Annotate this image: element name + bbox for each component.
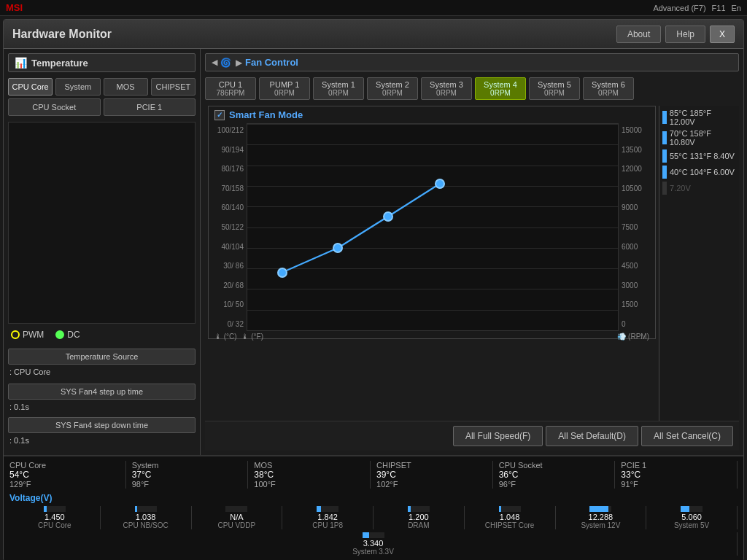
- fan-btn-sys2-rpm: 0RPM: [374, 89, 411, 97]
- fan-btn-sys6-rpm: 0RPM: [589, 89, 627, 97]
- all-set-default-button[interactable]: All Set Default(D): [546, 426, 638, 446]
- pwm-label: PWM: [23, 330, 44, 340]
- fan-btn-sys5[interactable]: System 5 0RPM: [529, 77, 580, 100]
- fan-btn-sys3-rpm: 0RPM: [427, 89, 465, 97]
- help-button[interactable]: Help: [665, 26, 705, 43]
- about-button[interactable]: About: [616, 26, 661, 43]
- fan-btn-sys2[interactable]: System 2 0RPM: [367, 77, 418, 100]
- dc-label: DC: [67, 330, 80, 340]
- chart-body: 100/212 90/194 80/176 70/158 60/140 50/1…: [209, 123, 655, 331]
- fan-btn-sys5-name: System 5: [538, 80, 571, 89]
- volt-dram: 1.200 DRAM: [374, 506, 465, 529]
- action-bar: All Full Speed(F) All Set Default(D) All…: [205, 421, 739, 451]
- volt-cpu-1p8: 1.842 CPU 1P8: [282, 506, 374, 529]
- main-window: Hardware Monitor About Help X 📊 Temperat…: [3, 19, 744, 560]
- volt-system-12v: 12.288 System 12V: [556, 506, 647, 529]
- fan-btn-sys3[interactable]: System 3 0RPM: [421, 77, 472, 100]
- fan-control-header: ◀ 🌀 ▶ Fan Control: [205, 53, 739, 71]
- temperature-source-button[interactable]: Temperature Source: [8, 349, 196, 365]
- volt-bar-dram: [408, 506, 430, 512]
- volt-cpu-nb-soc: 1.038 CPU NB/SOC: [101, 506, 192, 529]
- temp-btn-chipset[interactable]: CHIPSET: [151, 78, 196, 96]
- all-full-speed-button[interactable]: All Full Speed(F): [453, 426, 543, 446]
- chart-y-labels-rpm: 15000 13500 12000 10500 9000 7500 6000 4…: [619, 123, 655, 331]
- voltage-row-2: 3.340 System 3.3V: [9, 532, 738, 556]
- step-down-value: : 0.1s: [9, 436, 196, 445]
- voltage-row-1: 1.450 CPU Core 1.038 CPU NB/SOC N/A CPU …: [9, 506, 738, 529]
- fan-btn-sys6[interactable]: System 6 0RPM: [583, 77, 634, 100]
- volt-bar-cpu-nb-soc: [135, 506, 157, 512]
- status-temp-mos: MOS 38°C 100°F: [248, 461, 371, 489]
- volt-bar-3: [662, 149, 667, 163]
- fan-btn-sys4-rpm: 0RPM: [481, 89, 519, 97]
- chart-rpm-unit: 💨 (RPM): [617, 332, 649, 341]
- temperature-source-value: : CPU Core: [9, 368, 196, 376]
- temperature-panel-header: 📊 Temperature: [8, 53, 196, 72]
- fan-control-arrow: ▶: [236, 58, 242, 68]
- chart-point-1[interactable]: [277, 268, 287, 278]
- temp-btn-cpu-socket[interactable]: CPU Socket: [8, 98, 101, 116]
- fan-btn-sys1-name: System 1: [322, 80, 355, 89]
- chart-temp-unit: 🌡 (°C) 🌡 (°F): [214, 332, 263, 341]
- smart-fan-check[interactable]: ✓: [214, 110, 225, 120]
- chart-main: [247, 123, 619, 331]
- volt-ref-3: 55°C 131°F 8.40V: [662, 149, 736, 163]
- temperature-title: Temperature: [31, 58, 88, 69]
- fan-btn-sys2-name: System 2: [376, 80, 409, 89]
- volt-system-33v: 3.340 System 3.3V: [9, 532, 738, 556]
- fan-btn-sys6-name: System 6: [592, 80, 625, 89]
- status-temp-system: System 37°C 98°F: [126, 461, 249, 489]
- title-bar: Hardware Monitor About Help X: [4, 20, 743, 49]
- dc-radio-circle: [55, 330, 64, 339]
- status-temps-row: CPU Core 54°C 129°F System 37°C 98°F MOS…: [9, 461, 738, 489]
- chart-point-2[interactable]: [333, 243, 343, 253]
- step-up-time-button[interactable]: SYS Fan4 step up time: [8, 384, 196, 400]
- volt-ref-2: 70°C 158°F 10.80V: [662, 129, 736, 147]
- pwm-dc-row: PWM DC: [11, 330, 196, 340]
- temp-btn-pcie1[interactable]: PCIE 1: [104, 98, 196, 116]
- pwm-radio-group[interactable]: PWM: [11, 330, 44, 340]
- temp-btn-mos[interactable]: MOS: [104, 78, 148, 96]
- volt-bar-5: [662, 182, 667, 195]
- volt-system-5v: 5.060 System 5V: [646, 506, 738, 529]
- fan-btn-sys4[interactable]: System 4 0RPM: [475, 77, 526, 100]
- fan-btn-pump1-rpm: 0RPM: [266, 89, 303, 97]
- fan-rpm-icon: 💨: [617, 332, 626, 341]
- fan-btn-pump1-name: PUMP 1: [270, 80, 300, 89]
- close-button[interactable]: X: [710, 26, 735, 43]
- chart-y-labels-temp: 100/212 90/194 80/176 70/158 60/140 50/1…: [209, 123, 247, 331]
- step-down-time-button[interactable]: SYS Fan4 step down time: [8, 417, 196, 433]
- fan-chart: ✓ Smart Fan Mode 100/212 90/194 80/176 7…: [208, 106, 656, 339]
- volt-bar-4: [662, 166, 667, 179]
- fan-buttons-container: CPU 1 786RPM PUMP 1 0RPM System 1 0RPM S…: [205, 77, 739, 100]
- fan-btn-sys1[interactable]: System 1 0RPM: [313, 77, 364, 100]
- dc-radio-group[interactable]: DC: [55, 330, 80, 340]
- chart-point-4[interactable]: [435, 179, 445, 189]
- volt-ref-5: 7.20V: [662, 182, 736, 195]
- volt-cpu-vddp: N/A CPU VDDP: [192, 506, 283, 529]
- temp-btn-cpu-core[interactable]: CPU Core: [8, 78, 53, 96]
- grid-line: [247, 330, 618, 331]
- advanced-label: Advanced (F7): [653, 4, 705, 12]
- volt-chipset-core: 1.048 CHIPSET Core: [465, 506, 556, 529]
- smart-fan-mode-label: Smart Fan Mode: [229, 109, 303, 120]
- volt-bar-cpu-1p8: [317, 506, 338, 512]
- fan-control-title: Fan Control: [245, 57, 298, 68]
- temp-btn-system[interactable]: System: [55, 78, 100, 96]
- volt-bar-system-5v: [681, 506, 703, 512]
- fan-btn-sys4-name: System 4: [484, 80, 517, 89]
- chart-lines-svg: [247, 124, 618, 330]
- fan-btn-cpu1[interactable]: CPU 1 786RPM: [205, 77, 256, 100]
- status-temp-chipset: CHIPSET 39°C 102°F: [371, 461, 493, 489]
- fan-btn-pump1[interactable]: PUMP 1 0RPM: [259, 77, 310, 100]
- fan-btn-sys1-rpm: 0RPM: [320, 89, 357, 97]
- language-label: En: [732, 4, 741, 12]
- volt-cpu-core: 1.450 CPU Core: [9, 506, 101, 529]
- top-bar-right: Advanced (F7) F11 En: [653, 4, 741, 12]
- all-set-cancel-button[interactable]: All Set Cancel(C): [641, 426, 733, 446]
- volt-bar-cpu-core: [44, 506, 66, 512]
- status-temp-pcie1: PCIE 1 33°C 91°F: [615, 461, 738, 489]
- chart-point-3[interactable]: [383, 211, 393, 222]
- volt-ref-4: 40°C 104°F 6.00V: [662, 166, 736, 179]
- voltage-reference-panel: 85°C 185°F 12.00V 70°C 158°F 10.80V 55°C…: [659, 106, 739, 421]
